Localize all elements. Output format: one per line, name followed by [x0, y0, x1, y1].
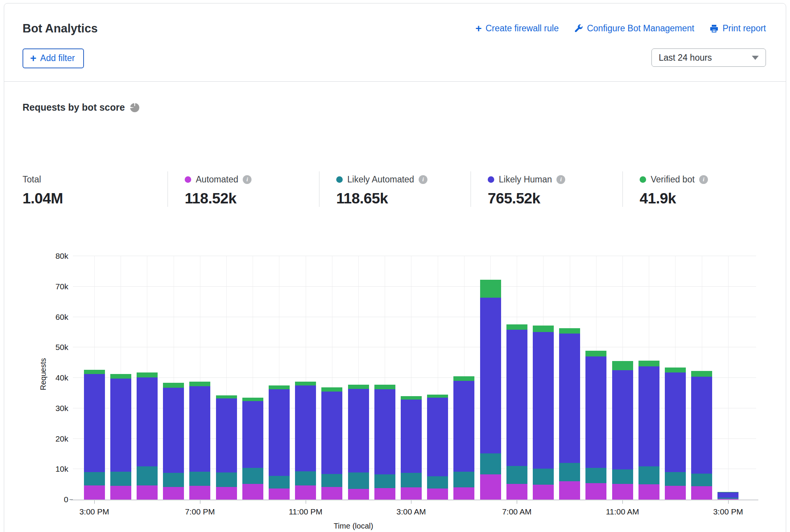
bar-segment-automated[interactable]	[717, 499, 738, 500]
bar-segment-verified-bot[interactable]	[295, 382, 316, 385]
bar-3-00-am[interactable]	[401, 396, 422, 500]
bar-segment-automated[interactable]	[348, 489, 369, 500]
bar-segment-likely-automated[interactable]	[348, 472, 369, 489]
bar-segment-likely-automated[interactable]	[691, 474, 712, 486]
bar-segment-likely-automated[interactable]	[189, 472, 210, 486]
bar-segment-verified-bot[interactable]	[242, 398, 263, 401]
bar-segment-likely-automated[interactable]	[269, 476, 290, 488]
bar-segment-automated[interactable]	[612, 484, 633, 500]
bar-segment-likely-automated[interactable]	[506, 466, 527, 484]
bar-segment-verified-bot[interactable]	[480, 280, 501, 298]
bar-segment-automated[interactable]	[374, 488, 395, 500]
bar-segment-likely-human[interactable]	[110, 379, 131, 472]
bar-segment-automated[interactable]	[189, 486, 210, 500]
bar-segment-likely-human[interactable]	[506, 330, 527, 466]
bar-segment-likely-automated[interactable]	[453, 472, 474, 487]
bar-segment-verified-bot[interactable]	[348, 385, 369, 389]
bar-segment-automated[interactable]	[506, 484, 527, 500]
info-icon[interactable]: i	[699, 175, 708, 184]
time-range-dropdown[interactable]: Last 24 hours	[651, 48, 766, 67]
bar-3-00-pm[interactable]	[717, 492, 738, 500]
bar-segment-automated[interactable]	[242, 484, 263, 500]
bar-segment-likely-automated[interactable]	[84, 472, 105, 485]
bar-segment-likely-human[interactable]	[242, 401, 263, 468]
add-filter-button[interactable]: + Add filter	[23, 48, 84, 68]
bar-segment-verified-bot[interactable]	[533, 326, 554, 332]
create-firewall-rule-link[interactable]: + Create firewall rule	[476, 23, 559, 34]
bar-segment-likely-human[interactable]	[348, 389, 369, 472]
bar-segment-verified-bot[interactable]	[137, 372, 158, 377]
bar-segment-verified-bot[interactable]	[84, 370, 105, 374]
bar-segment-verified-bot[interactable]	[321, 387, 342, 392]
bar-segment-automated[interactable]	[453, 487, 474, 500]
bar-segment-automated[interactable]	[163, 487, 184, 500]
bar-4-00-pm[interactable]	[110, 374, 131, 500]
bar-segment-automated[interactable]	[638, 484, 659, 500]
bar-9-00-am[interactable]	[559, 328, 580, 500]
bar-segment-likely-human[interactable]	[84, 374, 105, 472]
bar-4-00-am[interactable]	[427, 395, 448, 500]
bar-segment-likely-human[interactable]	[374, 389, 395, 474]
bar-segment-verified-bot[interactable]	[216, 395, 237, 399]
bar-segment-verified-bot[interactable]	[163, 383, 184, 388]
bar-segment-verified-bot[interactable]	[585, 351, 606, 356]
bar-11-00-am[interactable]	[612, 361, 633, 500]
bar-segment-automated[interactable]	[84, 485, 105, 500]
bar-segment-verified-bot[interactable]	[453, 376, 474, 381]
bar-segment-likely-automated[interactable]	[163, 473, 184, 487]
bar-segment-likely-human[interactable]	[533, 332, 554, 469]
bar-5-00-pm[interactable]	[137, 372, 158, 500]
bar-2-00-pm[interactable]	[691, 371, 712, 500]
bar-segment-verified-bot[interactable]	[665, 368, 686, 373]
bar-segment-likely-automated[interactable]	[321, 474, 342, 487]
bar-segment-automated[interactable]	[480, 474, 501, 500]
bar-segment-likely-human[interactable]	[163, 388, 184, 473]
bar-6-00-pm[interactable]	[163, 383, 184, 500]
bar-segment-likely-automated[interactable]	[110, 472, 131, 486]
info-icon[interactable]: i	[556, 175, 565, 184]
bar-1-00-pm[interactable]	[665, 368, 686, 500]
bar-segment-likely-automated[interactable]	[559, 463, 580, 481]
bar-segment-likely-human[interactable]	[427, 398, 448, 477]
bar-segment-likely-automated[interactable]	[374, 474, 395, 488]
bar-segment-likely-automated[interactable]	[216, 472, 237, 487]
bar-segment-likely-automated[interactable]	[137, 466, 158, 485]
bar-segment-likely-human[interactable]	[480, 298, 501, 453]
bar-segment-automated[interactable]	[401, 487, 422, 500]
bar-segment-likely-human[interactable]	[559, 334, 580, 463]
bar-segment-likely-human[interactable]	[137, 377, 158, 466]
bar-segment-likely-human[interactable]	[401, 400, 422, 472]
bar-12-00-am[interactable]	[321, 387, 342, 500]
bar-segment-likely-automated[interactable]	[295, 471, 316, 485]
bar-segment-likely-human[interactable]	[453, 381, 474, 472]
bar-segment-likely-human[interactable]	[717, 492, 738, 498]
bar-segment-likely-human[interactable]	[585, 356, 606, 468]
bar-segment-likely-human[interactable]	[691, 377, 712, 474]
bar-7-00-pm[interactable]	[189, 382, 210, 500]
bar-segment-likely-automated[interactable]	[480, 453, 501, 474]
bar-8-00-am[interactable]	[533, 326, 554, 500]
configure-bot-management-link[interactable]: Configure Bot Management	[574, 23, 694, 34]
bar-segment-likely-automated[interactable]	[401, 473, 422, 487]
bar-12-00-pm[interactable]	[638, 361, 659, 500]
bar-10-00-pm[interactable]	[269, 385, 290, 500]
bar-segment-automated[interactable]	[559, 481, 580, 500]
bar-segment-likely-automated[interactable]	[242, 468, 263, 484]
bar-segment-verified-bot[interactable]	[638, 361, 659, 366]
bar-segment-automated[interactable]	[427, 488, 448, 500]
bar-segment-automated[interactable]	[321, 487, 342, 500]
bar-segment-likely-automated[interactable]	[585, 468, 606, 483]
bar-1-00-am[interactable]	[348, 385, 369, 500]
bar-2-00-am[interactable]	[374, 385, 395, 500]
bar-segment-verified-bot[interactable]	[269, 385, 290, 389]
bar-segment-likely-human[interactable]	[612, 370, 633, 469]
bar-segment-automated[interactable]	[295, 485, 316, 500]
bar-segment-likely-human[interactable]	[321, 392, 342, 474]
bar-3-00-pm[interactable]	[84, 370, 105, 500]
bar-segment-likely-automated[interactable]	[638, 466, 659, 484]
bar-10-00-am[interactable]	[585, 351, 606, 500]
bar-segment-automated[interactable]	[585, 483, 606, 500]
info-icon[interactable]: i	[419, 175, 427, 184]
bar-11-00-pm[interactable]	[295, 382, 316, 500]
bar-segment-verified-bot[interactable]	[506, 324, 527, 330]
